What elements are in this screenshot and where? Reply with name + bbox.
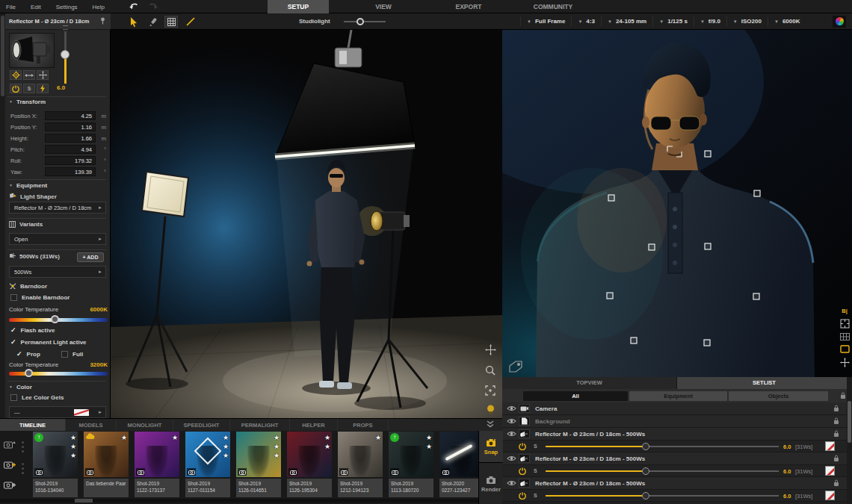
power-icon[interactable] [519, 492, 526, 500]
shot-thumbnail[interactable]: ↑★★★ [33, 432, 78, 477]
pen-tool-icon[interactable] [146, 16, 160, 28]
move-horizontal-button[interactable] [23, 70, 35, 80]
transform-input[interactable]: 1.16 [45, 122, 96, 131]
solo-icon[interactable]: S [534, 444, 537, 449]
shot-thumbnail[interactable]: ★ [338, 432, 383, 477]
camera-setting-1-125-s[interactable]: ▼1/125 s [652, 16, 694, 26]
focus-frame-icon[interactable] [840, 319, 850, 329]
tab-setup[interactable]: SETUP [268, 0, 329, 13]
power-icon[interactable] [519, 467, 526, 475]
menu-help[interactable]: Help [93, 4, 105, 10]
intensity-slider-handle[interactable] [61, 50, 70, 59]
pan-camera-icon[interactable] [840, 358, 850, 367]
transform-input[interactable]: 139.39 [45, 167, 96, 176]
crop-frame-icon[interactable] [840, 345, 850, 353]
visibility-eye-icon[interactable] [507, 480, 516, 486]
flash-test-button[interactable] [37, 84, 49, 93]
gel-swatch[interactable] [825, 441, 835, 451]
tab-helper[interactable]: HELPER [290, 419, 338, 432]
filter-objects[interactable]: Objects [729, 391, 828, 401]
enable-barndoor-checkbox[interactable]: Enable Barndoor [10, 294, 70, 301]
power-icon[interactable] [519, 443, 526, 450]
tab-setlist[interactable]: SETLIST [677, 377, 852, 389]
menu-edit[interactable]: Edit [31, 4, 41, 10]
visibility-eye-icon[interactable] [507, 405, 516, 411]
tab-models[interactable]: MODELS [66, 419, 117, 432]
grid-toggle-icon[interactable] [164, 16, 178, 28]
filter-equipment[interactable]: Equipment [629, 391, 727, 401]
slider-handle[interactable] [642, 467, 649, 475]
gel-dropdown[interactable]: --- ► [9, 406, 106, 418]
tab-export[interactable]: EXPORT [447, 0, 490, 13]
collapse-panel-icon[interactable] [486, 420, 848, 428]
grid-overlay-icon[interactable] [840, 333, 850, 340]
timeline-scrollbar[interactable] [0, 499, 478, 503]
flash-active-checkbox[interactable]: ✓Flash active [10, 327, 55, 334]
gel-swatch[interactable] [825, 491, 835, 500]
add-generator-button[interactable]: + ADD [77, 252, 104, 262]
power-dropdown[interactable]: 500Ws► [9, 266, 106, 278]
setlist-row-camera[interactable]: Camera [502, 402, 847, 415]
measure-tool-icon[interactable] [184, 16, 197, 28]
menu-file[interactable]: File [6, 4, 16, 10]
color-section-header[interactable]: ▼Color [9, 384, 32, 391]
camera-setting-full-frame[interactable]: ▼Full Frame [520, 16, 571, 26]
timeline-shot[interactable]: ★★★Shot-20191126-014651 [236, 432, 281, 497]
equipment-section-header[interactable]: ▼Equipment [9, 182, 47, 189]
shot-thumbnail[interactable]: ★ [84, 432, 129, 477]
pin-icon[interactable] [99, 17, 106, 25]
render-button[interactable]: Render [479, 464, 503, 504]
prop-checkbox[interactable]: ✓Prop [16, 351, 40, 358]
camera-setting-6000k[interactable]: ▼6000K [768, 16, 806, 26]
setlist-row-light[interactable]: Reflector M - Ø 23cm / D 18cm - 500Ws [502, 452, 847, 465]
light-shaper-dropdown[interactable]: Reflector M - Ø 23cm / D 18cm► [9, 202, 106, 214]
intensity-slider[interactable] [546, 470, 779, 472]
tab-props[interactable]: PROPS [338, 419, 389, 432]
tab-monolight[interactable]: MONOLIGHT [117, 419, 173, 432]
solo-icon[interactable]: S [534, 493, 537, 498]
camera-setting-iso200[interactable]: ▼ISO200 [726, 16, 768, 26]
slider-handle[interactable] [642, 492, 649, 500]
transform-input[interactable]: 4.94 [45, 145, 96, 154]
studiolight-slider[interactable] [344, 21, 386, 22]
tab-permalight[interactable]: PERMALIGHT [230, 419, 290, 432]
solo-icon[interactable]: S [534, 468, 537, 473]
setlist-scrollbar[interactable] [847, 377, 852, 504]
full-checkbox[interactable]: Full [61, 351, 83, 358]
tab-speedlight[interactable]: SPEEDLIGHT [173, 419, 230, 432]
intensity-slider[interactable] [546, 495, 779, 497]
move-free-button[interactable] [37, 70, 49, 80]
visibility-eye-icon[interactable] [507, 455, 516, 461]
filter-all[interactable]: All [523, 391, 628, 401]
lee-color-gels-checkbox[interactable]: Lee Color Gels [10, 394, 64, 401]
undo-icon[interactable] [129, 1, 139, 10]
tab-view[interactable]: VIEW [365, 0, 402, 13]
camera-preview[interactable] [502, 30, 852, 377]
shot-thumbnail[interactable]: ★★★ [185, 432, 230, 477]
left-panel-scrollbar[interactable] [0, 13, 5, 418]
transform-input[interactable]: 4.25 [45, 111, 96, 120]
timeline-shot[interactable]: ↑★★★Shot-20191016-134040 [33, 432, 78, 497]
b-mode-icon[interactable]: B| [842, 308, 848, 314]
export-shot-button[interactable] [2, 438, 17, 449]
histogram-rgb-icon[interactable] [833, 16, 846, 28]
slider-handle[interactable] [642, 443, 649, 450]
lock-icon[interactable] [833, 405, 839, 412]
timeline-shot[interactable]: ★★Shot-20191126-195304 [287, 432, 332, 497]
setlist-row-light[interactable]: Reflector M - Ø 23cm / D 18cm - 500Ws [502, 428, 847, 441]
variant-dropdown[interactable]: Open► [9, 233, 106, 245]
tab-topview[interactable]: TOPVIEW [502, 377, 677, 389]
menu-settings[interactable]: Settings [56, 4, 78, 10]
shot-thumbnail[interactable]: ★ [135, 432, 179, 477]
add-snapshot-button[interactable] [2, 458, 17, 470]
timeline-shot[interactable]: ↑★★Shot-20191113-180720 [389, 432, 433, 497]
snap-button[interactable]: Snap [479, 431, 503, 463]
flash-color-temp-slider[interactable] [9, 318, 108, 322]
power-toggle-button[interactable] [10, 84, 22, 93]
lock-icon[interactable] [833, 455, 839, 462]
tab-community[interactable]: COMMUNITY [525, 0, 581, 13]
studiolight-lamp-icon[interactable] [483, 402, 498, 417]
zoom-icon[interactable] [483, 363, 498, 378]
tab-timeline[interactable]: TIMELINE [0, 419, 66, 432]
fit-view-icon[interactable] [483, 383, 498, 398]
